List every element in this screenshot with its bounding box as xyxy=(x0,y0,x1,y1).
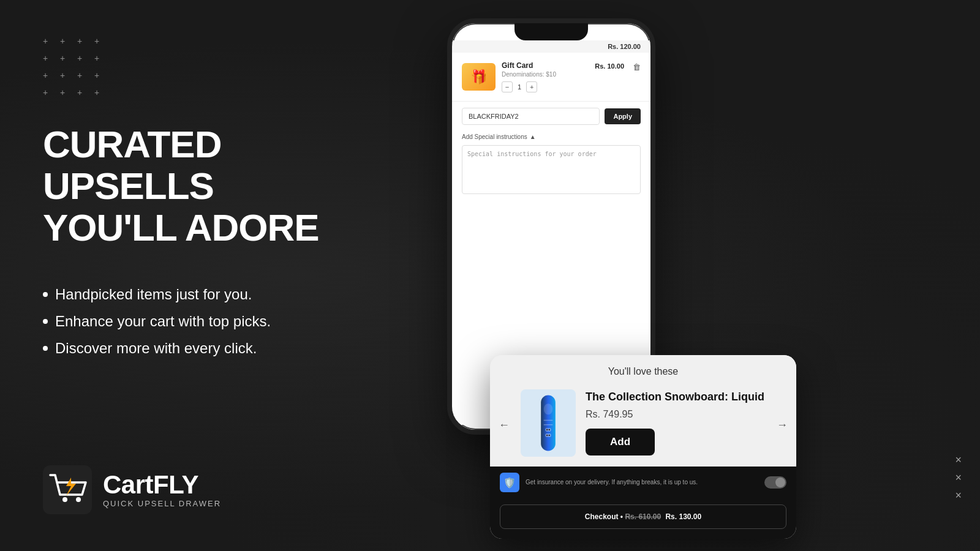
apply-button[interactable]: Apply xyxy=(605,108,641,124)
svg-point-10 xyxy=(548,435,550,437)
svg-rect-5 xyxy=(545,428,551,431)
svg-point-2 xyxy=(76,497,81,502)
feature-list: Handpicked items just for you. Enhance y… xyxy=(43,286,374,367)
insurance-icon: 🛡️ xyxy=(500,473,519,492)
insurance-row: 🛡️ Get insurance on your delivery. If an… xyxy=(490,467,796,498)
plus-symbol: + xyxy=(43,54,54,65)
brand-logo-icon xyxy=(43,465,92,514)
list-item: Enhance your cart with top picks. xyxy=(43,313,374,330)
upsell-header: You'll love these xyxy=(490,355,796,383)
bullet-dot xyxy=(43,292,48,297)
coupon-input[interactable] xyxy=(462,108,600,125)
plus-symbol: + xyxy=(77,71,88,82)
cart-item-details: Gift Card Denominations: $10 − 1 + xyxy=(502,61,589,92)
plus-symbol: + xyxy=(43,88,54,99)
plus-symbol: + xyxy=(94,71,105,82)
plus-symbol: + xyxy=(94,88,105,99)
plus-symbol: + xyxy=(60,54,71,65)
chevron-up-icon: ▲ xyxy=(530,133,536,140)
list-item: Handpicked items just for you. xyxy=(43,286,374,303)
cart-item-image: 🎁 xyxy=(462,63,496,91)
add-to-cart-button[interactable]: Add xyxy=(586,429,655,455)
brand-section: CartFLY QUICK UPSELL DRAWER xyxy=(43,465,374,514)
svg-rect-6 xyxy=(545,433,551,437)
checkout-original-price: Rs. 610.00 xyxy=(625,512,661,521)
brand-name: CartFLY xyxy=(103,472,221,498)
cart-item-name: Gift Card xyxy=(502,61,589,70)
coupon-area: Apply xyxy=(452,102,650,131)
page-wrapper: + + + + + + + + + + + + + + + + CURATED … xyxy=(0,0,980,551)
upsell-product-name: The Collection Snowboard: Liquid xyxy=(586,391,766,404)
plus-symbol: + xyxy=(60,71,71,82)
prev-product-button[interactable]: ← xyxy=(499,419,510,432)
special-instructions-textarea[interactable]: Special instructions for your order xyxy=(462,145,641,194)
left-section: + + + + + + + + + + + + + + + + CURATED … xyxy=(0,0,417,551)
brand-tagline: QUICK UPSELL DRAWER xyxy=(103,499,221,508)
bullet-dot xyxy=(43,319,48,324)
plus-symbol: + xyxy=(60,37,71,48)
next-product-button[interactable]: → xyxy=(777,419,788,432)
x-mark: × xyxy=(955,489,962,502)
cart-item-quantity: − 1 + xyxy=(502,81,589,92)
cart-item-price: Rs. 10.00 xyxy=(595,62,624,70)
right-section: Rs. 120.00 🎁 Gift Card Denominations: $1… xyxy=(417,0,980,551)
brand-text-group: CartFLY QUICK UPSELL DRAWER xyxy=(103,472,221,508)
checkout-button-area: Checkout • Rs. 610.00 Rs. 130.00 xyxy=(490,498,796,539)
checkout-label: Checkout • xyxy=(585,512,623,521)
product-image xyxy=(521,389,576,457)
plus-symbol: + xyxy=(77,37,88,48)
plus-grid: + + + + + + + + + + + + + + + + xyxy=(43,37,374,99)
phone-notch xyxy=(514,23,588,40)
status-price: Rs. 120.00 xyxy=(608,43,641,50)
plus-symbol: + xyxy=(43,37,54,48)
plus-symbol: + xyxy=(94,37,105,48)
quantity-value: 1 xyxy=(518,83,521,91)
trash-icon[interactable]: 🗑 xyxy=(633,62,641,72)
headline-block: CURATED UPSELLS YOU'LL ADORE xyxy=(43,124,374,286)
plus-symbol: + xyxy=(77,54,88,65)
toggle-knob xyxy=(775,478,785,487)
quantity-increase-button[interactable]: + xyxy=(526,81,537,92)
svg-point-4 xyxy=(544,403,553,414)
bullet-dot xyxy=(43,346,48,351)
svg-point-1 xyxy=(62,497,67,502)
upsell-product-area: ← xyxy=(490,383,796,467)
insurance-toggle[interactable] xyxy=(764,476,786,489)
upsell-product-info: The Collection Snowboard: Liquid Rs. 749… xyxy=(586,391,766,455)
page-title: CURATED UPSELLS YOU'LL ADORE xyxy=(43,124,374,249)
svg-point-7 xyxy=(546,429,548,431)
plus-symbol: + xyxy=(94,54,105,65)
plus-symbol: + xyxy=(77,88,88,99)
cart-item: 🎁 Gift Card Denominations: $10 − 1 + Rs.… xyxy=(452,53,650,102)
svg-point-8 xyxy=(548,429,550,431)
plus-symbol: + xyxy=(60,88,71,99)
cart-item-denomination: Denominations: $10 xyxy=(502,71,589,78)
upsell-card: You'll love these ← xyxy=(490,355,796,539)
x-mark: × xyxy=(955,471,962,484)
plus-symbol: + xyxy=(43,71,54,82)
upsell-product-price: Rs. 749.95 xyxy=(586,409,766,420)
snowboard-svg xyxy=(527,392,570,454)
special-instructions-area: Add Special instructions ▲ Special instr… xyxy=(452,131,650,203)
checkout-new-price: Rs. 130.00 xyxy=(665,512,701,521)
phone-status-bar: Rs. 120.00 xyxy=(452,40,650,53)
x-mark: × xyxy=(955,454,962,467)
quantity-decrease-button[interactable]: − xyxy=(502,81,513,92)
special-instructions-toggle[interactable]: Add Special instructions ▲ xyxy=(462,133,641,140)
list-item: Discover more with every click. xyxy=(43,340,374,357)
x-marks: × × × xyxy=(955,454,962,502)
insurance-text: Get insurance on your delivery. If anyth… xyxy=(526,478,758,487)
svg-point-9 xyxy=(546,435,548,437)
checkout-button[interactable]: Checkout • Rs. 610.00 Rs. 130.00 xyxy=(500,504,786,529)
